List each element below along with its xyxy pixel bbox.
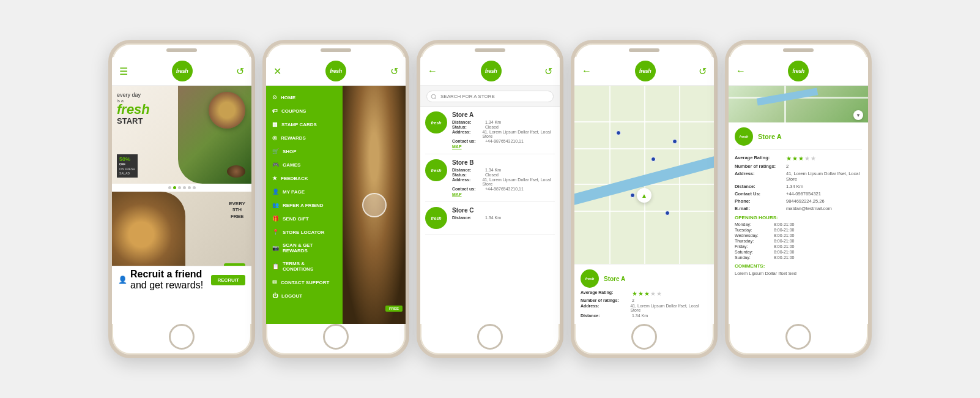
bottom-banner-text: EVERY5THFREE [229, 201, 245, 220]
store-b-info: Store B Distance: 1.34 Km Status: Closed… [452, 159, 555, 197]
bottom-banner-food [112, 192, 185, 277]
store-card-a[interactable]: fresh Store A Distance: 1.34 Km Status: … [425, 111, 555, 154]
menu-header: ✕ fresh ↺ [266, 57, 406, 86]
opening-hours-title: OPENING HOURS: [735, 215, 862, 220]
refer-icon: 👥 [272, 202, 279, 208]
store-card-b[interactable]: fresh Store B Distance: 1.34 Km Status: … [425, 159, 555, 202]
detail-store-name: Store A [758, 133, 782, 140]
shop-icon: 🛒 [272, 148, 279, 154]
hours-thursday: Thursday: 8:00-21:00 [735, 239, 862, 243]
stamp-icon: ▦ [272, 121, 278, 127]
menu-item-sendgift[interactable]: 🎁 SEND GIFT [266, 212, 343, 225]
detail-contact: Contact Us: +44-0987654321 [735, 191, 862, 197]
detail-store-header: fresh Store A [735, 127, 862, 150]
recruit-button[interactable]: RECRUIT [211, 275, 245, 285]
store-b-map-link[interactable]: MAP [452, 192, 555, 197]
detail-road-v [784, 86, 786, 122]
map-expand-button[interactable]: ▲ [637, 188, 651, 203]
map-store-name: Store A [604, 276, 625, 282]
menu-item-feedback[interactable]: ★ FEEDBACK [266, 171, 343, 185]
dot-5 [188, 186, 191, 189]
menu-item-scan[interactable]: 📷 SCAN & GET REWARDS [266, 239, 343, 257]
menu-item-mypage[interactable]: 👤 MY PAGE [266, 185, 343, 198]
map-avg-rating: Average Rating: ★ ★ ★ ★ ★ [581, 290, 708, 297]
map-back-icon[interactable]: ← [582, 66, 592, 77]
hours-sunday: Sunday: 8:00-21:00 [735, 255, 862, 260]
map-num-ratings: Number of ratings: 2 [581, 298, 708, 302]
detail-num-ratings: Number of ratings: 2 [735, 163, 862, 169]
map-area[interactable]: ▲ [574, 86, 714, 264]
store-b-logo: fresh [425, 159, 447, 181]
map-header: ← fresh ↺ [574, 57, 714, 86]
menu-item-stamp-cards[interactable]: ▦ STAMP CARDS [266, 118, 343, 131]
store-card-c[interactable]: fresh Store C Distance: 1.34 Km [425, 207, 555, 235]
recruit-title: Recruit a friend [130, 269, 202, 279]
store-c-logo: fresh [425, 207, 447, 229]
home-icon: ⊙ [272, 94, 277, 100]
menu-item-refer[interactable]: 👥 REFER A FRIEND [266, 198, 343, 212]
store-a-info: Store A Distance: 1.34 Km Status: Closed… [452, 111, 555, 149]
store-b-contact: Contact us: +44-9876543210,11 [452, 187, 555, 191]
close-icon[interactable]: ✕ [273, 66, 281, 77]
locator-icon: 📍 [272, 229, 279, 235]
menu-item-shop[interactable]: 🛒 SHOP [266, 145, 343, 158]
detail-stars: ★ ★ ★ ★ ★ [786, 155, 816, 162]
map-content: ▲ fresh Store A Average Rating: ★ ★ ★ [574, 86, 714, 324]
phone-detail: ← fresh ▼ fresh [725, 40, 872, 358]
feedback-icon: ★ [272, 175, 277, 181]
search-input[interactable] [426, 91, 554, 102]
menu-list: ⊙ HOME 🏷 COUPONS ▦ STAMP CARDS ◎ REWARDS [266, 86, 343, 324]
store-c-info: Store C Distance: 1.34 Km [452, 207, 555, 229]
map-pin-3[interactable] [630, 193, 635, 198]
menu-item-games[interactable]: 🎮 GAMES [266, 158, 343, 171]
stores-scroll: fresh Store A Distance: 1.34 Km Status: … [420, 107, 560, 324]
phone-home: ☰ fresh ↺ every day is a fresh START [108, 40, 255, 358]
back-icon[interactable]: ← [428, 66, 437, 77]
menu-item-rewards[interactable]: ◎ REWARDS [266, 131, 343, 145]
detail-back-icon[interactable]: ← [736, 66, 746, 77]
menu-content: ⊙ HOME 🏷 COUPONS ▦ STAMP CARDS ◎ REWARDS [266, 86, 406, 324]
store-b-status: Status: Closed [452, 173, 555, 177]
detail-map-expand[interactable]: ▼ [853, 110, 863, 120]
detail-phone: Phone: 9844692224,25,26 [735, 198, 862, 204]
map-pin-4[interactable] [672, 139, 677, 144]
menu-item-storelocator[interactable]: 📍 STORE LOCATOR [266, 225, 343, 239]
store-list-refresh-icon[interactable]: ↺ [544, 66, 552, 77]
menu-item-terms[interactable]: 📋 TERMS & CONDITIONS [266, 257, 343, 276]
bottom-banner: EVERY5THFREE FREE [112, 192, 251, 277]
map-stars: ★ ★ ★ ★ ★ [632, 290, 662, 297]
recruit-info: 👤 Recruit a friend and get rewards! [118, 269, 211, 291]
food-circle [209, 92, 245, 129]
detail-body: fresh Store A Average Rating: ★ ★ ★ ★ ★ [729, 122, 868, 324]
menu-icon[interactable]: ☰ [119, 66, 128, 77]
store-b-address: Address: 41, Lorem Lipsum Dollar Ifset, … [452, 178, 555, 186]
map-address: Address: 41, Lorem Lipsum Dollar Ifset, … [581, 304, 708, 312]
map-pin-5[interactable] [665, 211, 670, 216]
detail-distance: Distance: 1.34 Km [735, 184, 862, 189]
store-list-content: fresh Store A Distance: 1.34 Km Status: … [420, 86, 560, 324]
hours-friday: Friday: 8:00-21:00 [735, 244, 862, 249]
home-logo: fresh [172, 61, 193, 81]
refresh-icon[interactable]: ↺ [236, 66, 244, 77]
menu-refresh-icon[interactable]: ↺ [390, 66, 398, 77]
menu-circle-button[interactable] [362, 193, 387, 217]
menu-item-logout[interactable]: ⏻ LOGOUT [266, 289, 343, 302]
home-content: every day is a fresh START 50% OFF ON FR… [112, 86, 251, 324]
every-day-text: every day [117, 92, 150, 99]
menu-item-coupons[interactable]: 🏷 COUPONS [266, 104, 343, 118]
menu-item-home[interactable]: ⊙ HOME [266, 91, 343, 104]
opening-hours-list: Monday: 8:00-21:00 Tuesday: 8:00-21:00 W… [735, 222, 862, 260]
hours-monday: Monday: 8:00-21:00 [735, 222, 862, 227]
store-a-status: Status: Closed [452, 125, 555, 129]
contact-icon: ✉ [272, 279, 277, 285]
store-list-logo: fresh [481, 61, 502, 81]
store-a-map-link[interactable]: MAP [452, 145, 555, 149]
map-refresh-icon[interactable]: ↺ [699, 66, 707, 77]
hours-wednesday: Wednesday: 8:00-21:00 [735, 233, 862, 238]
store-a-name: Store A [452, 111, 555, 118]
menu-item-contact[interactable]: ✉ CONTACT SUPPORT [266, 276, 343, 289]
banner-dots [112, 184, 251, 192]
dot-2 [173, 186, 176, 189]
store-list-header: ← fresh ↺ [420, 57, 560, 86]
logout-icon: ⏻ [272, 293, 278, 299]
